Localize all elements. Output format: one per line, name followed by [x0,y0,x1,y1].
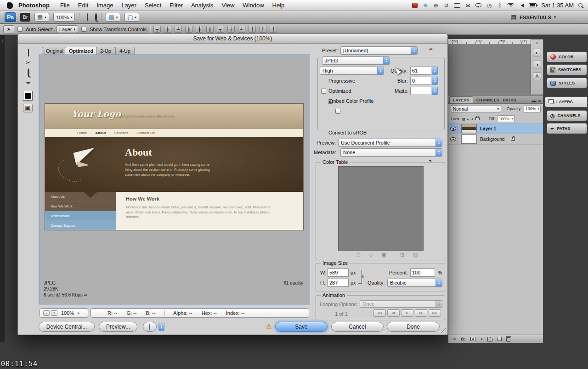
done-button[interactable]: Done [387,322,440,332]
tab-4up[interactable]: 4-Up [115,47,135,55]
preview-profile-dropdown[interactable]: Use Document Profile [338,139,442,147]
zoom-dropdown-icon[interactable]: ▼ [77,312,80,315]
lock-pixels-icon[interactable]: ✒ [467,117,469,121]
preview-in-browser-button[interactable] [143,322,157,332]
bridge-icon[interactable]: Br [20,13,30,22]
height-field[interactable]: 287 [328,279,349,287]
align-bottom-edges-icon[interactable]: ┷ [175,26,182,33]
sync-icon[interactable]: ✳ [422,2,428,9]
looping-options-dropdown[interactable]: Once [360,300,442,308]
displays-icon[interactable] [454,3,460,8]
lock-transparency-icon[interactable]: ▨ [463,117,465,121]
spotlight-icon[interactable] [578,3,582,7]
matte-field[interactable] [410,87,431,95]
lock-all-icon[interactable] [475,117,480,120]
distribute-bottom-edges-icon[interactable]: ┵ [238,26,245,33]
metadata-dropdown[interactable]: None [340,148,442,157]
tab-original[interactable]: Original [42,47,68,55]
delete-layer-icon[interactable] [506,337,510,342]
distribute-right-edges-icon[interactable]: ┦ [270,26,277,33]
eyedropper-tool-icon[interactable]: ✒ [23,79,34,88]
collapse-panel-icon[interactable]: ▶▶ [531,100,538,103]
channels-panel-button[interactable]: ◎CHANNELS [547,110,587,121]
quality-stepper[interactable] [432,67,438,75]
menubar-clock[interactable]: Sat 1:35 AM [541,2,574,9]
menu-edit[interactable]: Edit [78,2,88,9]
first-frame-icon[interactable]: ◀◀ [373,309,386,317]
info-menu-icon[interactable]: ▾≡ [84,293,87,297]
swatches-panel-button[interactable]: SWATCHES [547,64,587,75]
matte-stepper[interactable] [432,87,438,95]
format-dropdown[interactable]: JPEG [322,56,390,65]
next-frame-icon[interactable]: ▮▶ [415,309,427,317]
blend-mode-dropdown[interactable]: Normal▼ [451,105,501,112]
opacity-field[interactable]: 100%▾ [524,106,541,112]
menu-file[interactable]: File [60,2,70,9]
masks-panel-icon[interactable]: ◐ [533,49,541,56]
apple-menu-icon[interactable] [7,2,13,9]
color-panel-button[interactable]: COLOR [547,51,587,62]
layer-name[interactable]: Layer 1 [480,126,496,131]
optimized-preview-frame[interactable]: Your Logo Using a single layout to creat… [40,55,309,304]
blur-field[interactable]: 0 [410,77,431,85]
hand-tool-icon[interactable] [84,14,91,21]
layer-row-background[interactable]: Background [448,134,543,145]
zoom-level-dropdown[interactable]: 100%▾ [53,13,75,22]
menu-select[interactable]: Select [145,2,161,9]
paths-panel-button[interactable]: ✒PATHS [547,123,587,134]
bluetooth-icon[interactable]: ᛒ [497,2,503,9]
volume-icon[interactable] [519,3,524,8]
lock-position-icon[interactable]: ✚ [471,117,473,121]
globe-icon[interactable]: ⊕ [433,2,439,9]
color-table-menu-icon[interactable]: ▾≡ [429,159,432,163]
wifi-icon[interactable] [507,3,514,8]
menu-image[interactable]: Image [96,2,113,9]
layer-name[interactable]: Background [480,137,504,142]
align-horizontal-centers-icon[interactable]: ╂ [196,26,203,33]
delete-color-icon[interactable]: ▤ [413,252,418,258]
percent-field[interactable]: 100 [410,268,435,277]
adjustment-layer-icon[interactable]: ◑ [480,336,483,341]
tab-channels[interactable]: CHANNELS [473,97,500,103]
device-central-button[interactable]: Device Central... [39,322,95,332]
visibility-toggle[interactable] [448,123,458,134]
lock-color-icon[interactable]: ▣ [381,252,386,258]
compression-quality-dropdown[interactable]: High [320,67,384,75]
progressive-checkbox[interactable] [321,89,326,94]
quality-field[interactable]: 61 [410,67,431,75]
panel-menu-icon[interactable]: ▾≡ [538,99,543,103]
transparency-map-icon[interactable]: ◇ [369,252,373,258]
chat-icon[interactable] [475,3,481,7]
align-left-edges-icon[interactable]: ┠ [185,26,192,33]
mail-icon[interactable]: ✉ [465,2,471,9]
view-extras-dropdown[interactable]: ▦▾ [34,13,49,22]
tab-paths[interactable]: PATHS [500,97,520,103]
color-table-swatch-area[interactable] [338,166,424,251]
tab-optimized[interactable]: Optimized [65,47,97,55]
toggle-slices-visibility-icon[interactable]: ▣ [23,104,33,112]
zoom-tool-icon[interactable] [23,69,34,78]
save-button[interactable]: Save [275,322,328,332]
left-dock-strip[interactable]: « [0,35,5,342]
arrange-documents-dropdown[interactable]: ▥▾ [106,13,120,22]
preset-menu-icon[interactable]: ▾≡ [429,47,432,51]
layers-panel-button[interactable]: LAYERS [545,96,588,107]
distribute-vertical-centers-icon[interactable]: ┼ [227,26,235,33]
new-layer-icon[interactable] [497,337,502,341]
dialog-resize-grip[interactable] [441,328,447,334]
expand-dock-icon[interactable]: » [536,41,538,45]
tab-2up[interactable]: 2-Up [96,47,115,55]
show-transform-checkbox[interactable] [81,27,86,32]
auto-select-checkbox[interactable] [17,27,23,32]
distribute-horizontal-centers-icon[interactable]: ╀ [259,26,266,33]
tab-layers[interactable]: LAYERS [449,96,473,103]
adjustments-panel-icon[interactable]: ◑ [533,61,541,68]
align-right-edges-icon[interactable]: ┨ [206,26,214,33]
zoom-out-button[interactable]: − [43,310,50,316]
preview-button[interactable]: Preview... [99,322,137,332]
time-machine-icon[interactable]: ↺ [443,2,449,9]
move-tool-preset-icon[interactable]: ➤ [3,25,14,34]
workspace-switcher[interactable]: ▤ESSENTIALS▾ [511,14,583,21]
previous-frame-icon[interactable]: ◀▮ [387,309,400,317]
screen-mode-dropdown[interactable]: ▢▾ [124,13,139,22]
